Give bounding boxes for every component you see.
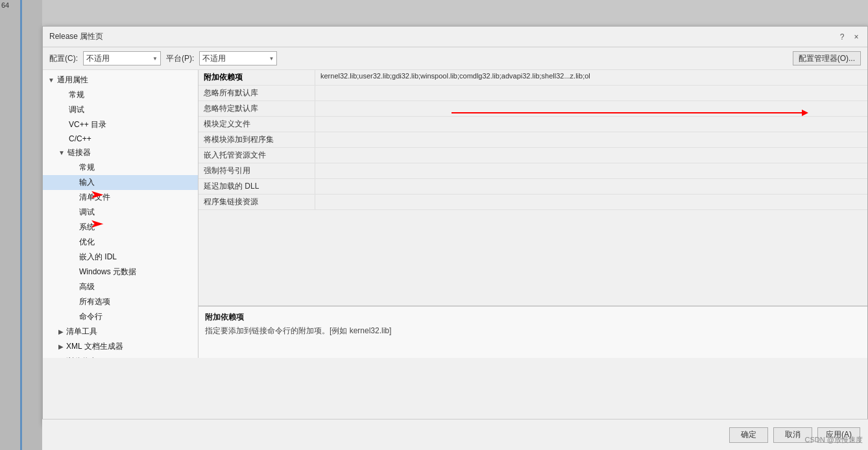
tree-arrow-general: ▼ [48, 77, 54, 84]
bottom-bar: 确定 取消 应用(A) [42, 419, 868, 450]
prop-row-8[interactable]: 程序集链接资源 [199, 195, 867, 210]
vertical-line [20, 0, 22, 450]
prop-row-5[interactable]: 嵌入托管资源文件 [199, 148, 867, 163]
tree-item-vcpp_dir[interactable]: VC++ 目录 [43, 117, 198, 132]
prop-name-2: 忽略特定默认库 [199, 101, 315, 116]
prop-row-4[interactable]: 将模块添加到程序集 [199, 132, 867, 148]
tree-label-system: 系统 [79, 222, 95, 233]
platform-label: 平台(P): [166, 53, 194, 64]
right-panel: 附加依赖项kernel32.lib;user32.lib;gdi32.lib;w… [199, 70, 867, 358]
tree-label-cpp: C/C++ [69, 134, 91, 143]
tree-item-general[interactable]: ▼通用属性 [43, 73, 198, 88]
prop-row-0[interactable]: 附加依赖项kernel32.lib;user32.lib;gdi32.lib;w… [199, 70, 867, 86]
tree-label-linker: 链接器 [67, 147, 91, 158]
platform-dropdown-arrow: ▼ [269, 56, 274, 62]
tree-label-manifest_tool: 清单工具 [66, 326, 97, 337]
tree-label-xml_gen: XML 文档生成器 [66, 341, 123, 352]
tree-label-linker_debug: 调试 [79, 207, 95, 218]
dialog-window: Release 属性页 ? × 配置(C): 不适用 ▼ 平台(P): 不适用 … [42, 26, 868, 424]
tree-item-debug[interactable]: 调试 [43, 102, 198, 117]
prop-value-5 [315, 148, 867, 163]
tree-item-advanced[interactable]: 高级 [43, 279, 198, 294]
tree-item-xml_gen[interactable]: ▶XML 文档生成器 [43, 339, 198, 354]
platform-select[interactable]: 不适用 ▼ [199, 51, 277, 65]
prop-value-0: kernel32.lib;user32.lib;gdi32.lib;winspo… [315, 70, 867, 85]
tree-label-linker_common: 常规 [79, 162, 95, 173]
tree-item-manifest_file[interactable]: 清单文件 [43, 190, 198, 205]
tree-item-system[interactable]: 系统 [43, 220, 198, 235]
tree-item-manifest_tool[interactable]: ▶清单工具 [43, 324, 198, 339]
tree-item-embedded_idl[interactable]: 嵌入的 IDL [43, 250, 198, 265]
line-number: 64 [1, 1, 9, 9]
tree-label-advanced: 高级 [79, 281, 95, 292]
prop-name-8: 程序集链接资源 [199, 195, 315, 209]
prop-name-3: 模块定义文件 [199, 117, 315, 132]
tree-item-all_options[interactable]: 所有选项 [43, 294, 198, 309]
prop-value-2 [315, 101, 867, 116]
tree-item-linker_debug[interactable]: 调试 [43, 205, 198, 220]
tree-item-cpp[interactable]: C/C++ [43, 132, 198, 145]
tree-item-cmdline[interactable]: 命令行 [43, 309, 198, 324]
tree-label-manifest_file: 清单文件 [79, 192, 110, 203]
tree-label-windows_meta: Windows 元数据 [79, 266, 136, 278]
prop-name-7: 延迟加载的 DLL [199, 179, 315, 194]
property-table: 附加依赖项kernel32.lib;user32.lib;gdi32.lib;w… [199, 70, 867, 306]
tree-item-linker_common[interactable]: 常规 [43, 160, 198, 175]
prop-row-3[interactable]: 模块定义文件 [199, 117, 867, 132]
prop-name-6: 强制符号引用 [199, 163, 315, 178]
description-text: 指定要添加到链接命令行的附加项。[例如 kernel32.lib] [205, 326, 861, 337]
close-button[interactable]: × [852, 32, 861, 41]
left-sidebar [0, 0, 42, 450]
tree-arrow-linker: ▼ [58, 149, 65, 156]
prop-row-2[interactable]: 忽略特定默认库 [199, 101, 867, 117]
description-panel: 附加依赖项 指定要添加到链接命令行的附加项。[例如 kernel32.lib] [199, 306, 867, 358]
tree-label-embedded_idl: 嵌入的 IDL [79, 252, 117, 263]
tree-item-linker[interactable]: ▼链接器 [43, 145, 198, 160]
property-tree: ▼通用属性常规调试VC++ 目录C/C++▼链接器常规输入清单文件调试系统优化嵌… [43, 70, 199, 358]
toolbar-row: 配置(C): 不适用 ▼ 平台(P): 不适用 ▼ 配置管理器(O)... [43, 47, 867, 70]
prop-row-6[interactable]: 强制符号引用 [199, 163, 867, 179]
dialog-controls: ? × [838, 32, 861, 41]
config-dropdown-arrow: ▼ [152, 56, 158, 62]
tree-item-windows_meta[interactable]: Windows 元数据 [43, 265, 198, 279]
prop-value-4 [315, 132, 867, 147]
prop-row-7[interactable]: 延迟加载的 DLL [199, 179, 867, 195]
tree-arrow-manifest_tool: ▶ [58, 328, 64, 335]
tree-item-common[interactable]: 常规 [43, 88, 198, 102]
prop-name-0: 附加依赖项 [199, 70, 315, 85]
tree-label-optimize: 优化 [79, 237, 95, 248]
prop-name-5: 嵌入托管资源文件 [199, 148, 315, 163]
prop-value-7 [315, 179, 867, 194]
config-manager-button[interactable]: 配置管理器(O)... [793, 51, 861, 65]
tree-arrow-xml_gen: ▶ [58, 343, 64, 350]
config-select[interactable]: 不适用 ▼ [83, 51, 161, 65]
tree-label-linker_input: 输入 [79, 177, 95, 188]
prop-value-6 [315, 163, 867, 178]
main-content: ▼通用属性常规调试VC++ 目录C/C++▼链接器常规输入清单文件调试系统优化嵌… [43, 70, 867, 358]
description-title: 附加依赖项 [205, 312, 861, 323]
prop-value-1 [315, 86, 867, 101]
tree-label-vcpp_dir: VC++ 目录 [69, 119, 106, 130]
tree-item-browse_info[interactable]: ▶浏览信息 [43, 354, 198, 358]
ok-button[interactable]: 确定 [729, 427, 768, 443]
tree-label-general: 通用属性 [57, 75, 88, 86]
tree-label-common: 常规 [69, 89, 84, 101]
tree-label-browse_info: 浏览信息 [66, 356, 97, 358]
prop-row-1[interactable]: 忽略所有默认库 [199, 86, 867, 101]
prop-name-1: 忽略所有默认库 [199, 86, 315, 101]
tree-item-optimize[interactable]: 优化 [43, 235, 198, 250]
dialog-title: Release 属性页 [49, 31, 103, 42]
tree-label-cmdline: 命令行 [79, 311, 102, 322]
config-label: 配置(C): [49, 53, 78, 64]
prop-value-3 [315, 117, 867, 132]
tree-label-all_options: 所有选项 [79, 296, 110, 307]
dialog-titlebar: Release 属性页 ? × [43, 27, 867, 47]
tree-label-debug: 调试 [69, 104, 84, 115]
prop-name-4: 将模块添加到程序集 [199, 132, 315, 147]
prop-value-8 [315, 195, 867, 209]
tree-item-linker_input[interactable]: 输入 [43, 175, 198, 190]
help-button[interactable]: ? [838, 32, 847, 41]
csdn-watermark: CSDN @放慢速度 [805, 435, 863, 445]
